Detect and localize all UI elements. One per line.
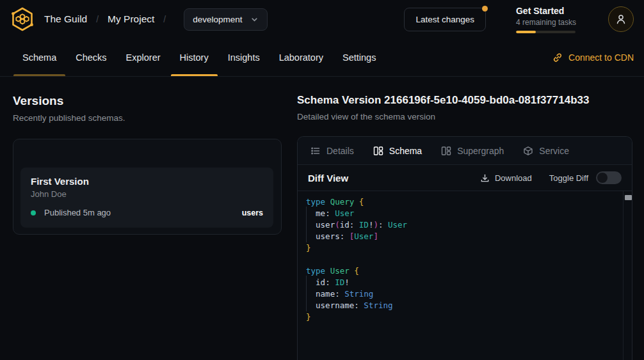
code-line: type User { [306,265,619,277]
toggle-diff-switch[interactable] [596,171,622,184]
code-line: id: ID! [306,277,619,288]
detail-tab-label: Service [539,146,569,156]
connect-to-cdn-label: Connect to CDN [568,52,634,63]
nav-tab-label: Explorer [126,52,161,63]
columns-icon [441,146,451,156]
notification-dot [482,6,488,12]
code-line: } [306,242,619,254]
detail-tab-service[interactable]: Service [523,146,569,156]
get-started-widget[interactable]: Get Started 4 remaining tasks [516,6,576,33]
schema-detail-container: DetailsSchemaSupergraphService Diff View… [297,136,632,360]
connect-to-cdn-link[interactable]: Connect to CDN [552,38,634,76]
code-line: name: String [306,288,619,300]
diff-view-title: Diff View [308,173,348,184]
detail-tab-label: Details [326,146,354,156]
code-scrollbar-thumb[interactable] [625,195,632,200]
detail-tab-schema[interactable]: Schema [373,146,422,156]
code-line [306,254,619,265]
list-icon [310,146,321,156]
columns-icon [373,146,383,156]
schema-code: type Query { me: User user(id: ID!): Use… [298,191,632,323]
get-started-progress-fill [516,31,536,33]
user-icon [615,13,627,25]
download-icon [480,173,490,183]
code-scrollbar[interactable] [623,191,632,360]
chevron-down-icon [250,15,259,24]
nav-tab-schema[interactable]: Schema [13,38,66,76]
nav-tab-insights[interactable]: Insights [218,38,270,76]
detail-tabs: DetailsSchemaSupergraphService [298,137,632,165]
top-header: The Guild / My Project / development Lat… [0,0,644,38]
toggle-diff-knob [597,173,608,183]
version-status-row: Published 5m ago users [31,208,263,217]
indent-guide [306,276,307,311]
code-line: username: String [306,300,619,311]
main-nav: SchemaChecksExplorerHistoryInsightsLabor… [0,38,644,77]
hive-logo-icon [10,6,35,32]
toggle-diff-label: Toggle Diff [549,173,588,183]
nav-tab-label: Schema [22,52,56,63]
nav-tab-label: Laboratory [279,52,323,63]
download-button[interactable]: Download [480,173,532,183]
nav-tab-underline [13,74,65,76]
service-badge: users [242,208,263,217]
schema-code-viewer: type Query { me: User user(id: ID!): Use… [298,191,632,360]
nav-tab-label: Insights [228,52,260,63]
versions-panel: Versions Recently published schemas. Fir… [13,94,282,360]
nav-tab-explorer[interactable]: Explorer [117,38,170,76]
version-name: First Version [31,176,263,187]
get-started-progressbar [516,31,576,33]
breadcrumb-separator: / [96,14,99,24]
environment-select-value: development [193,15,242,24]
nav-tab-label: History [180,52,209,63]
versions-list-card: First Version John Doe Published 5m ago … [13,139,282,235]
indent-guide [306,207,307,242]
nav-tab-settings[interactable]: Settings [333,38,385,76]
download-label: Download [495,173,532,183]
versions-title: Versions [13,94,282,108]
nav-tabs: SchemaChecksExplorerHistoryInsightsLabor… [13,38,385,76]
user-avatar-button[interactable] [608,6,634,32]
code-line: users: [User] [306,231,619,242]
main-content: Versions Recently published schemas. Fir… [0,77,644,360]
version-status-text: Published 5m ago [44,208,111,217]
code-line: user(id: ID!): User [306,219,619,231]
nav-tab-label: Settings [342,52,376,63]
code-line: } [306,311,619,323]
code-line: type Query { [306,196,619,208]
latest-changes-label: Latest changes [415,15,474,24]
nav-tab-checks[interactable]: Checks [66,38,116,76]
cube-icon [523,146,533,156]
breadcrumb-project[interactable]: My Project [108,13,154,25]
detail-tab-label: Schema [389,146,422,156]
schema-version-title: Schema Version 2166196f-5e10-4059-bd0a-0… [297,94,632,107]
nav-tab-label: Checks [76,52,106,63]
get-started-subtitle: 4 remaining tasks [516,18,576,27]
version-author: John Doe [31,189,263,199]
diff-view-header: Diff View Download Toggle Diff [298,165,632,191]
detail-tab-label: Supergraph [457,146,504,156]
code-line: me: User [306,208,619,219]
version-detail-panel: Schema Version 2166196f-5e10-4059-bd0a-0… [297,94,632,360]
latest-changes-button[interactable]: Latest changes [404,8,486,31]
environment-select[interactable]: development [184,8,267,31]
schema-version-subtitle: Detailed view of the schema version [297,112,632,121]
detail-tab-details[interactable]: Details [310,146,354,156]
get-started-title: Get Started [516,6,576,16]
versions-subtitle: Recently published schemas. [13,113,282,123]
detail-tab-supergraph[interactable]: Supergraph [441,146,504,156]
breadcrumb-separator: / [163,14,166,24]
nav-tab-laboratory[interactable]: Laboratory [270,38,333,76]
breadcrumb-org[interactable]: The Guild [44,13,87,25]
nav-tab-underline [171,74,218,76]
nav-tab-history[interactable]: History [170,38,218,76]
published-status-dot [31,210,36,215]
version-list-item[interactable]: First Version John Doe Published 5m ago … [20,168,273,228]
link-icon [552,52,563,63]
